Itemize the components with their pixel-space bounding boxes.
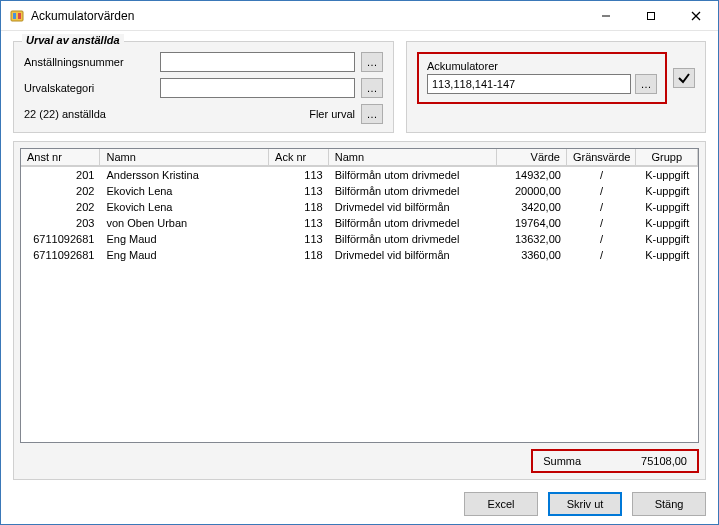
cell: 203 — [21, 215, 100, 231]
cell: K-uppgift — [636, 215, 698, 231]
ackumulatorer-input[interactable] — [427, 74, 631, 94]
print-button[interactable]: Skriv ut — [548, 492, 622, 516]
cell: 14932,00 — [497, 167, 567, 183]
selection-footer: 22 (22) anställda Fler urval … — [24, 104, 383, 124]
svg-rect-2 — [18, 13, 21, 19]
table-row[interactable]: 6711092681Eng Maud118Drivmedel vid bilfö… — [21, 247, 698, 263]
cell: Ekovich Lena — [100, 199, 269, 215]
anstallningsnummer-browse-button[interactable]: … — [361, 52, 383, 72]
cell: Ekovich Lena — [100, 183, 269, 199]
col-header-anstnr[interactable]: Anst nr — [21, 149, 100, 166]
summa-label: Summa — [543, 455, 581, 467]
cell: K-uppgift — [636, 231, 698, 247]
data-grid[interactable]: Anst nr Namn Ack nr Namn Värde Gränsvärd… — [20, 148, 699, 443]
anstallningsnummer-row: Anställningsnummer … — [24, 52, 383, 72]
more-selection-label: Fler urval — [309, 108, 355, 120]
cell: Eng Maud — [100, 247, 269, 263]
cell: / — [567, 215, 637, 231]
cell: 19764,00 — [497, 215, 567, 231]
col-header-grupp[interactable]: Grupp — [636, 149, 698, 166]
urvalskategori-row: Urvalskategori … — [24, 78, 383, 98]
cell: 113 — [269, 231, 329, 247]
ackumulatorer-box: Ackumulatorer … — [417, 52, 667, 104]
cell: 113 — [269, 167, 329, 183]
apply-button[interactable] — [673, 68, 695, 88]
cell: 20000,00 — [497, 183, 567, 199]
cell: 13632,00 — [497, 231, 567, 247]
col-header-varde[interactable]: Värde — [497, 149, 567, 166]
cell: K-uppgift — [636, 183, 698, 199]
close-dialog-button[interactable]: Stäng — [632, 492, 706, 516]
minimize-button[interactable] — [583, 1, 628, 30]
top-row: Urval av anställda Anställningsnummer … … — [13, 41, 706, 133]
svg-rect-0 — [11, 11, 23, 21]
cell: 6711092681 — [21, 231, 100, 247]
close-button[interactable] — [673, 1, 718, 30]
cell: Bilförmån utom drivmedel — [329, 215, 498, 231]
cell: 3360,00 — [497, 247, 567, 263]
cell: Drivmedel vid bilförmån — [329, 247, 498, 263]
ackumulatorer-browse-button[interactable]: … — [635, 74, 657, 94]
cell: Andersson Kristina — [100, 167, 269, 183]
urvalskategori-label: Urvalskategori — [24, 82, 154, 94]
anstallningsnummer-input[interactable] — [160, 52, 355, 72]
window-title: Ackumulatorvärden — [31, 9, 134, 23]
cell: 202 — [21, 199, 100, 215]
col-header-gransvarde[interactable]: Gränsvärde — [567, 149, 637, 166]
grid-body: 201Andersson Kristina113Bilförmån utom d… — [21, 167, 698, 442]
cell: Bilförmån utom drivmedel — [329, 183, 498, 199]
more-selection-button[interactable]: … — [361, 104, 383, 124]
cell: Bilförmån utom drivmedel — [329, 167, 498, 183]
grid-header: Anst nr Namn Ack nr Namn Värde Gränsvärd… — [21, 149, 698, 167]
cell: / — [567, 231, 637, 247]
ackumulatorer-label: Ackumulatorer — [427, 60, 657, 72]
cell: Drivmedel vid bilförmån — [329, 199, 498, 215]
cell: 202 — [21, 183, 100, 199]
cell: 6711092681 — [21, 247, 100, 263]
cell: K-uppgift — [636, 167, 698, 183]
app-icon — [9, 8, 25, 24]
cell: 113 — [269, 215, 329, 231]
summa-box: Summa 75108,00 — [531, 449, 699, 473]
table-panel: Anst nr Namn Ack nr Namn Värde Gränsvärd… — [13, 141, 706, 480]
excel-button[interactable]: Excel — [464, 492, 538, 516]
cell: K-uppgift — [636, 199, 698, 215]
table-row[interactable]: 202Ekovich Lena113Bilförmån utom drivmed… — [21, 183, 698, 199]
table-row[interactable]: 203von Oben Urban113Bilförmån utom drivm… — [21, 215, 698, 231]
cell: 118 — [269, 199, 329, 215]
cell: / — [567, 183, 637, 199]
col-header-namn2[interactable]: Namn — [329, 149, 498, 166]
anstallningsnummer-label: Anställningsnummer — [24, 56, 154, 68]
svg-rect-1 — [13, 13, 16, 19]
table-row[interactable]: 202Ekovich Lena118Drivmedel vid bilförmå… — [21, 199, 698, 215]
table-row[interactable]: 201Andersson Kristina113Bilförmån utom d… — [21, 167, 698, 183]
cell: / — [567, 199, 637, 215]
col-header-acknr[interactable]: Ack nr — [269, 149, 329, 166]
ackumulatorer-group: Ackumulatorer … — [406, 41, 706, 133]
window: Ackumulatorvärden Urval av anställda Ans… — [0, 0, 719, 525]
selection-legend: Urval av anställda — [22, 34, 124, 46]
maximize-button[interactable] — [628, 1, 673, 30]
cell: 118 — [269, 247, 329, 263]
cell: 113 — [269, 183, 329, 199]
table-row[interactable]: 6711092681Eng Maud113Bilförmån utom driv… — [21, 231, 698, 247]
urvalskategori-input[interactable] — [160, 78, 355, 98]
svg-rect-4 — [647, 12, 654, 19]
selection-count: 22 (22) anställda — [24, 108, 309, 120]
cell: / — [567, 247, 637, 263]
urvalskategori-browse-button[interactable]: … — [361, 78, 383, 98]
cell: 201 — [21, 167, 100, 183]
cell: von Oben Urban — [100, 215, 269, 231]
cell: Eng Maud — [100, 231, 269, 247]
cell: / — [567, 167, 637, 183]
cell: 3420,00 — [497, 199, 567, 215]
cell: K-uppgift — [636, 247, 698, 263]
titlebar: Ackumulatorvärden — [1, 1, 718, 31]
selection-group: Urval av anställda Anställningsnummer … … — [13, 41, 394, 133]
summa-value: 75108,00 — [641, 455, 687, 467]
footer-buttons: Excel Skriv ut Stäng — [13, 488, 706, 516]
col-header-namn1[interactable]: Namn — [100, 149, 269, 166]
content: Urval av anställda Anställningsnummer … … — [1, 31, 718, 524]
cell: Bilförmån utom drivmedel — [329, 231, 498, 247]
